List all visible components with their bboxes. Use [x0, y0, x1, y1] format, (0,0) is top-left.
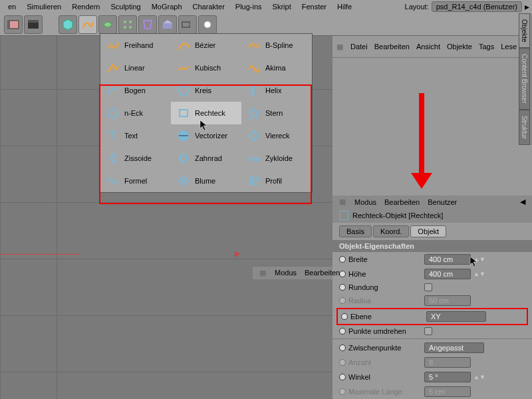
menu-item[interactable]: MoGraph — [146, 3, 188, 11]
spline-item-freehand[interactable]: Freihand — [100, 34, 171, 57]
spline-item-linear[interactable]: Linear — [100, 57, 171, 79]
spline-item-label: Kubisch — [195, 64, 221, 72]
spline-item-kubisch[interactable]: Kubisch — [171, 57, 241, 79]
winkel-input[interactable] — [424, 372, 471, 382]
spline-item-label: Kreis — [195, 86, 211, 94]
array-icon[interactable] — [118, 15, 137, 34]
spline-item-vectorizer[interactable]: Vectorizer — [171, 124, 241, 147]
light-icon[interactable] — [198, 15, 217, 34]
spline-item-label: Zissoide — [124, 154, 152, 162]
tab-basis[interactable]: Basis — [339, 225, 372, 237]
objects-menu-item[interactable]: Objekte — [447, 43, 472, 51]
breite-input[interactable] — [424, 254, 471, 265]
spline-item-hexagon[interactable]: n-Eck — [100, 102, 171, 124]
prop-anim-dot[interactable] — [339, 344, 346, 351]
menu-item[interactable]: Simulieren — [21, 3, 66, 11]
spline-item-akima[interactable]: Akima — [241, 57, 312, 79]
panel-menu-item[interactable]: Bearbeiten — [305, 269, 340, 277]
prop-anim-dot[interactable] — [339, 284, 346, 291]
attr-menu-item[interactable]: Modus — [354, 198, 376, 206]
menu-item[interactable]: Hilfe — [332, 3, 357, 11]
menu-item[interactable]: Sculpting — [105, 3, 146, 11]
spinner-icon[interactable]: ▲▼ — [473, 271, 485, 277]
spline-item-arc[interactable]: Bogen — [100, 79, 171, 102]
prop-hoehe: Höhe ▲▼ — [332, 267, 532, 281]
zissoid-icon — [106, 151, 120, 166]
cycloid-icon — [247, 151, 261, 166]
spline-item-cycloid[interactable]: Zykloide — [241, 147, 312, 170]
menu-item[interactable]: Plug-ins — [230, 3, 267, 11]
spline-item-bezier[interactable]: Bézier — [171, 34, 241, 57]
film-icon[interactable] — [4, 15, 23, 34]
attr-menu-item[interactable]: Benutzer — [428, 198, 457, 206]
spline-item-label: Vectorizer — [195, 132, 227, 140]
panel-menu-item[interactable]: Modus — [275, 269, 297, 277]
cube-icon[interactable] — [59, 15, 77, 34]
spline-item-label: n-Eck — [124, 109, 143, 117]
spline-item-label: Freihand — [124, 41, 153, 49]
spline-item-label: Viereck — [265, 132, 289, 140]
objects-menu-item[interactable]: Tags — [479, 43, 494, 51]
highlight-ebene: Ebene — [336, 308, 528, 325]
tab-koord[interactable]: Koord. — [373, 225, 409, 237]
svg-point-4 — [124, 21, 126, 23]
layout-select[interactable]: psd_R14_c4d (Benutzer) — [432, 1, 522, 12]
spline-item-label: Rechteck — [195, 109, 225, 117]
formula-icon — [106, 174, 120, 188]
spline-item-flower[interactable]: Blume — [171, 170, 241, 192]
vtab-struktur[interactable]: Struktur — [519, 110, 530, 145]
rect-object-icon — [339, 211, 348, 220]
deformer-icon[interactable] — [138, 15, 157, 34]
spline-item-bspline[interactable]: B-Spline — [241, 34, 312, 57]
prop-anim-dot[interactable] — [339, 374, 346, 380]
objects-tree[interactable] — [332, 58, 532, 196]
spinner-icon[interactable]: ▲▼ — [473, 374, 485, 380]
prop-punkte-umdrehen: Punkte umdrehen — [332, 325, 532, 337]
spline-item-diamond[interactable]: Viereck — [241, 124, 312, 147]
menu-item[interactable]: Rendern — [66, 3, 105, 11]
prop-zwischenpunkte: Zwischenpunkte — [332, 340, 532, 355]
spinner-icon[interactable]: ▲▼ — [473, 256, 485, 263]
spline-item-formula[interactable]: Formel — [100, 170, 171, 192]
camera-icon[interactable] — [178, 15, 197, 34]
collapse-icon[interactable]: ◀ — [520, 198, 525, 206]
menu-item[interactable]: Skript — [267, 3, 297, 11]
rundung-checkbox[interactable] — [424, 283, 432, 291]
nurbs-icon[interactable] — [98, 15, 117, 34]
menu-item[interactable]: Charakter — [188, 3, 230, 11]
spline-item-label: Linear — [124, 64, 145, 72]
spline-item-star[interactable]: Stern — [241, 102, 312, 124]
attr-menu-item[interactable]: Bearbeiten — [384, 198, 420, 206]
tab-objekt[interactable]: Objekt — [410, 225, 446, 237]
spline-item-zissoid[interactable]: Zissoide — [100, 147, 171, 170]
clapper-icon[interactable] — [24, 15, 43, 34]
vtab-content-browser[interactable]: Content Browser — [519, 48, 530, 109]
objects-menu-item[interactable]: Ansicht — [416, 43, 440, 51]
prop-anim-dot[interactable] — [339, 328, 346, 334]
objects-menu-item[interactable]: Bearbeiten — [374, 43, 410, 51]
scene-icon[interactable] — [158, 15, 177, 34]
objects-menu-item[interactable]: Lese — [501, 43, 517, 51]
vtab-objekte[interactable]: Objekte — [519, 13, 530, 48]
spline-item-helix[interactable]: Helix — [241, 79, 312, 102]
svg-point-7 — [129, 26, 132, 29]
menu-item[interactable]: Fenster — [297, 3, 332, 11]
menu-item[interactable]: en — [3, 3, 21, 11]
spline-tool-icon[interactable] — [78, 15, 97, 34]
ebene-select[interactable] — [426, 311, 486, 322]
spline-item-rect[interactable]: Rechteck — [171, 102, 241, 124]
svg-point-13 — [179, 86, 188, 95]
hoehe-input[interactable] — [424, 269, 471, 279]
spline-item-profile[interactable]: Profil — [241, 170, 312, 192]
akima-icon — [247, 61, 261, 75]
prop-anim-dot[interactable] — [341, 313, 348, 320]
prop-anim-dot[interactable] — [339, 271, 346, 277]
zwischenpunkte-select[interactable] — [424, 342, 484, 353]
objects-menu-item[interactable]: Datei — [350, 43, 368, 51]
spline-item-text[interactable]: TText — [100, 124, 171, 147]
spline-item-gear[interactable]: Zahnrad — [171, 147, 241, 170]
umdrehen-checkbox[interactable] — [424, 327, 432, 335]
spline-item-circle[interactable]: Kreis — [171, 79, 241, 102]
layout-arrow-icon[interactable]: ▸ — [525, 1, 529, 12]
prop-anim-dot[interactable] — [339, 256, 346, 263]
